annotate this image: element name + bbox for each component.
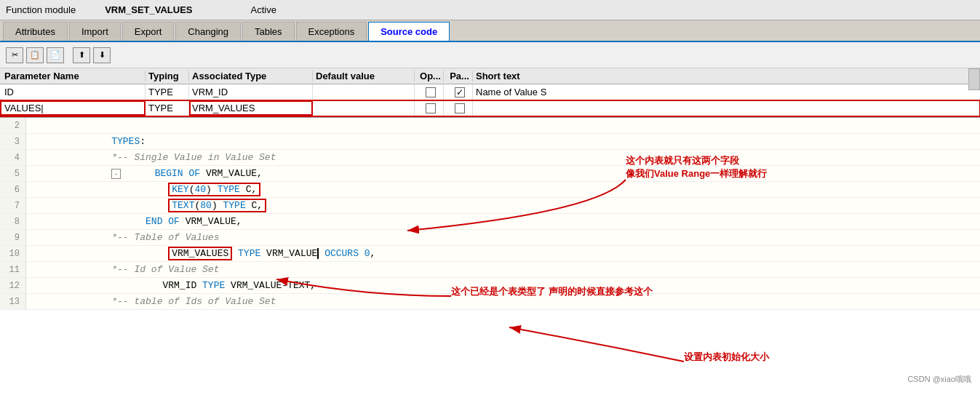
checkbox-pa-values[interactable]: [455, 103, 465, 113]
line-number: 2: [0, 118, 26, 133]
cell-op-id[interactable]: [415, 84, 444, 100]
cell-assoc-id: VRM_ID: [189, 84, 313, 100]
toolbar: ✂ 📋 📄 ⬆ ⬇: [0, 42, 980, 68]
code-area: 2 3 TYPES: 4 *-- Single Value in Value S…: [0, 118, 980, 310]
col-header-op: Op...: [415, 71, 444, 81]
cell-typing-values: TYPE: [146, 100, 189, 116]
line-number: 6: [0, 182, 26, 197]
line-number: 8: [0, 214, 26, 229]
cell-pa-values[interactable]: [444, 100, 473, 116]
status-label: Active: [251, 4, 276, 15]
function-module-value: VRM_SET_VALUES: [105, 4, 192, 15]
cell-param-values: VALUES|: [0, 100, 146, 116]
cell-default-values: [313, 100, 415, 116]
line-number: 10: [0, 246, 26, 261]
line-number: 12: [0, 278, 26, 293]
table-row[interactable]: VALUES| TYPE VRM_VALUES: [0, 100, 980, 116]
tabs-bar: Attributes Import Export Changing Tables…: [0, 20, 980, 42]
col-header-param: Parameter Name: [0, 71, 146, 81]
cell-short-values: [473, 100, 980, 116]
cell-param-id: ID: [0, 84, 146, 100]
line-number: 4: [0, 150, 26, 165]
col-header-typing: Typing: [146, 71, 189, 81]
line-number: 9: [0, 230, 26, 245]
top-bar: Function module VRM_SET_VALUES Active: [0, 0, 980, 20]
checkbox-op-id[interactable]: [426, 87, 436, 97]
line-content: *-- table of Ids of Value Set: [26, 285, 980, 310]
checkbox-pa-id[interactable]: ✓: [455, 87, 465, 97]
cell-pa-id[interactable]: ✓: [444, 84, 473, 100]
line-number: 5: [0, 166, 26, 181]
tab-import[interactable]: Import: [69, 22, 121, 41]
col-header-pa: Pa...: [444, 71, 473, 81]
function-module-label: Function module: [6, 4, 76, 15]
code-panel: 2 3 TYPES: 4 *-- Single Value in Value S…: [0, 118, 980, 389]
watermark: CSDN @xiao哦哦: [907, 374, 971, 385]
tab-attributes[interactable]: Attributes: [3, 22, 68, 41]
cell-default-id: [313, 84, 415, 100]
upper-panel: ✂ 📋 📄 ⬆ ⬇ Parameter Name Typing Associat…: [0, 42, 980, 118]
tab-export[interactable]: Export: [122, 22, 175, 41]
paste-button[interactable]: 📄: [47, 47, 64, 63]
copy-button[interactable]: 📋: [26, 47, 44, 63]
col-header-short: Short text: [473, 71, 980, 81]
checkbox-op-values[interactable]: [426, 103, 436, 113]
line-number: 13: [0, 294, 26, 309]
scrollbar-stub[interactable]: [968, 68, 980, 90]
table-row[interactable]: ID TYPE VRM_ID ✓ Name of Value S: [0, 84, 980, 100]
cell-typing-id: TYPE: [146, 84, 189, 100]
cut-button[interactable]: ✂: [6, 47, 23, 63]
cell-assoc-values: VRM_VALUES: [189, 100, 313, 116]
col-header-assoc: Associated Type: [189, 71, 313, 81]
cell-op-values[interactable]: [415, 100, 444, 116]
line-number: 3: [0, 134, 26, 149]
tab-tables[interactable]: Tables: [242, 22, 295, 41]
split-layout: ✂ 📋 📄 ⬆ ⬇ Parameter Name Typing Associat…: [0, 42, 980, 389]
line-number: 11: [0, 262, 26, 277]
tab-changing[interactable]: Changing: [175, 22, 241, 41]
line-number: 7: [0, 198, 26, 213]
code-line-13: 13 *-- table of Ids of Value Set: [0, 294, 980, 310]
table-header: Parameter Name Typing Associated Type De…: [0, 68, 980, 84]
move-up-button[interactable]: ⬆: [73, 47, 90, 63]
tab-source-code[interactable]: Source code: [368, 22, 450, 41]
tab-exceptions[interactable]: Exceptions: [296, 22, 367, 41]
cell-short-id: Name of Value S: [473, 84, 980, 100]
col-header-default: Default value: [313, 71, 415, 81]
main-container: Function module VRM_SET_VALUES Active At…: [0, 0, 980, 411]
move-down-button[interactable]: ⬇: [93, 47, 111, 63]
annotation-3: 设置内表初始化大小: [684, 351, 769, 364]
